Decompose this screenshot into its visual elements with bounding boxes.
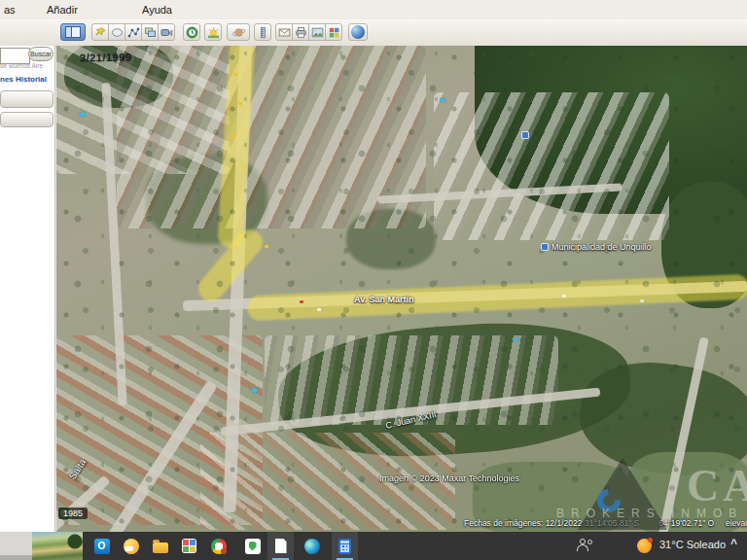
search-sidebar: Buscar de Buenos Aire nes Historial [0, 46, 55, 532]
sun-icon [207, 26, 220, 39]
search-button[interactable]: Buscar [28, 47, 53, 61]
polygon-icon [111, 26, 124, 39]
taskbar-outlook[interactable]: O [89, 532, 115, 560]
history-year: 1985 [58, 508, 88, 519]
toolbar [0, 19, 747, 47]
ruler-button[interactable] [254, 23, 271, 41]
desktop-wallpaper [32, 532, 83, 560]
map-buildings [434, 92, 669, 240]
car-dot [231, 135, 235, 138]
places-panel-header[interactable] [0, 90, 53, 108]
status-latitude: 31°14'05.81" S [585, 518, 639, 528]
planets-button[interactable] [227, 23, 250, 41]
weather-app-icon [124, 539, 139, 554]
historical-date-overlay: 3/21/1999 [80, 52, 132, 64]
share-button-group [275, 23, 342, 41]
printer-icon [295, 26, 307, 39]
street-label-san-martin: Av. San Martín [354, 295, 414, 304]
historical-imagery-button[interactable] [183, 23, 200, 41]
annotation-button-group [91, 23, 175, 41]
tab-directions-cropped[interactable]: nes [0, 75, 14, 84]
path-icon [127, 26, 140, 39]
car-dot [265, 245, 268, 248]
menu-item-cropped[interactable]: as [4, 4, 16, 16]
image-icon [311, 26, 324, 39]
edge-icon [304, 539, 320, 554]
car-dot [640, 299, 644, 302]
store-icon [182, 539, 196, 553]
pool-dot [514, 337, 518, 341]
print-button[interactable] [292, 23, 309, 41]
taskbar-file-explorer[interactable] [147, 532, 173, 560]
imagery-copyright: Imagen © 2023 Maxar Technologies [379, 473, 519, 483]
layers-panel-header[interactable] [0, 112, 53, 127]
taskbar-document[interactable] [267, 532, 294, 560]
globe-icon [351, 25, 365, 39]
overlay-icon [144, 26, 157, 39]
taskbar-chrome[interactable] [205, 532, 231, 560]
status-elevation: elevación [726, 518, 747, 528]
polygon-button[interactable] [108, 23, 125, 41]
placemark-button[interactable] [91, 23, 109, 41]
menu-item-anadir[interactable]: Añadir [47, 4, 78, 16]
folder-icon [153, 542, 168, 553]
tab-history[interactable]: Historial [16, 75, 47, 84]
clock-icon [186, 26, 198, 39]
taskbar: O 31°C Soleado ^ [0, 532, 747, 560]
pool-dot [440, 98, 445, 102]
car-dot [562, 295, 566, 298]
sidebar-toggle-button[interactable] [60, 23, 86, 41]
image-overlay-button[interactable] [141, 23, 159, 41]
car-dot [233, 73, 237, 76]
weather-condition: Soleado [687, 539, 726, 550]
path-button[interactable] [124, 23, 142, 41]
tray-chevron-up[interactable]: ^ [730, 537, 737, 550]
status-longitude: 64°19'02.71" O [658, 518, 714, 528]
poi-municipalidad[interactable]: Municipalidad de Unquillo [541, 242, 652, 252]
taskbar-security[interactable] [239, 532, 266, 560]
globe-button[interactable] [348, 23, 368, 41]
menu-bar: as Añadir Ayuda [0, 0, 747, 20]
desktop-edge [0, 532, 32, 560]
calculator-icon [338, 539, 351, 554]
taskbar-weather-app[interactable] [118, 532, 144, 560]
building-poi-icon [541, 243, 549, 251]
car-dot [317, 308, 321, 311]
shield-icon [245, 539, 261, 554]
car-dot [238, 102, 242, 105]
save-image-button[interactable] [308, 23, 326, 41]
car-dot [300, 300, 303, 303]
chrome-icon [211, 539, 227, 554]
saturn-icon [231, 26, 246, 39]
email-button[interactable] [275, 23, 293, 41]
weather-widget[interactable]: 31°C Soleado [659, 539, 726, 550]
record-tour-button[interactable] [158, 23, 175, 41]
google-earth-window: as Añadir Ayuda [0, 0, 747, 560]
pool-dot [251, 388, 258, 393]
grid-icon [328, 26, 340, 39]
document-icon [275, 539, 287, 553]
weather-temp: 31°C [659, 539, 684, 550]
view-in-maps-button[interactable] [325, 23, 342, 41]
car-dot [241, 164, 245, 167]
camera-icon [160, 26, 173, 39]
taskbar-store[interactable] [176, 532, 202, 560]
people-icon[interactable] [577, 539, 592, 553]
weather-sun-icon[interactable] [637, 539, 652, 553]
envelope-icon [278, 26, 291, 39]
sunlight-button[interactable] [204, 23, 222, 41]
ruler-icon [257, 26, 269, 39]
taskbar-edge[interactable] [299, 532, 325, 560]
menu-item-ayuda[interactable]: Ayuda [142, 4, 172, 16]
poi-label: Municipalidad de Unquillo [551, 242, 652, 252]
route-highlight [247, 274, 747, 321]
pool-dot [80, 112, 86, 117]
poi-marker-icon[interactable] [521, 131, 529, 139]
pin-icon [94, 26, 107, 39]
search-hint: de Buenos Aire [0, 62, 54, 69]
map-canvas[interactable]: 3/21/1999 Municipalidad de Unquillo Av. … [56, 46, 747, 532]
outlook-icon: O [94, 539, 110, 554]
taskbar-dark: O 31°C Soleado ^ [83, 532, 747, 560]
panel-icon [65, 26, 81, 38]
taskbar-calculator[interactable] [332, 532, 358, 560]
